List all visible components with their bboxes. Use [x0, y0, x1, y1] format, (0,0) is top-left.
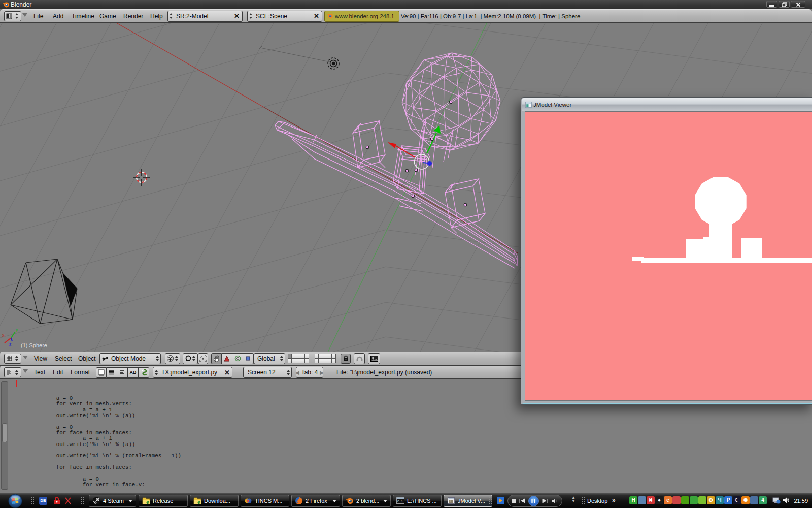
svg-text:y: y [16, 327, 18, 332]
svg-text:C:\: C:\ [397, 500, 403, 503]
svg-text:z: z [9, 342, 12, 347]
svg-text:(1) Sphere: (1) Sphere [21, 342, 47, 348]
svg-text:x: x [2, 333, 5, 338]
